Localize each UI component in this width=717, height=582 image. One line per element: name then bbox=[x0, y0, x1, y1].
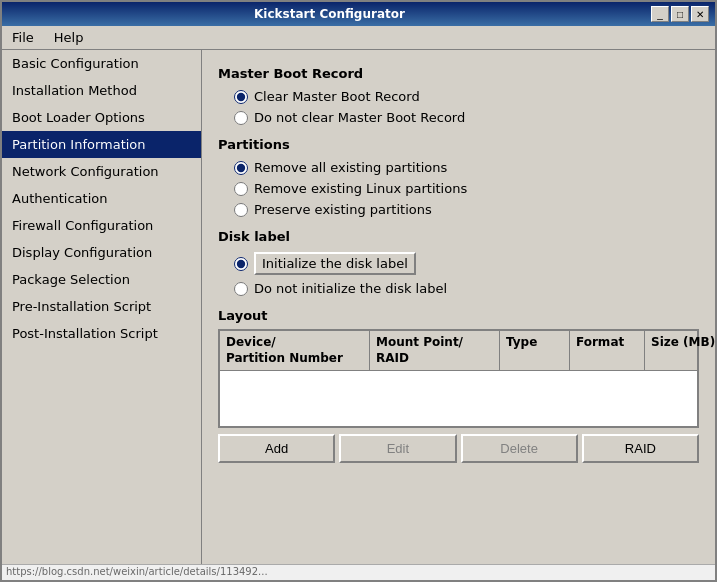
disk-label-no-init-radio[interactable] bbox=[234, 282, 248, 296]
sidebar-item-partition-information[interactable]: Partition Information bbox=[2, 131, 201, 158]
partition-table: Device/Partition Number Mount Point/RAID… bbox=[218, 329, 699, 428]
add-button[interactable]: Add bbox=[218, 434, 335, 463]
mbr-clear-label: Clear Master Boot Record bbox=[254, 89, 420, 104]
sidebar: Basic Configuration Installation Method … bbox=[2, 50, 202, 564]
sidebar-item-basic-configuration[interactable]: Basic Configuration bbox=[2, 50, 201, 77]
sidebar-item-pre-installation-script[interactable]: Pre-Installation Script bbox=[2, 293, 201, 320]
maximize-button[interactable]: □ bbox=[671, 6, 689, 22]
window-title: Kickstart Configurator bbox=[8, 7, 651, 21]
sidebar-item-installation-method[interactable]: Installation Method bbox=[2, 77, 201, 104]
disk-label-no-init: Do not initialize the disk label bbox=[234, 281, 699, 296]
title-bar: Kickstart Configurator _ □ ✕ bbox=[2, 2, 715, 26]
disk-label-no-init-label: Do not initialize the disk label bbox=[254, 281, 447, 296]
main-window: Kickstart Configurator _ □ ✕ File Help B… bbox=[0, 0, 717, 582]
sidebar-item-package-selection[interactable]: Package Selection bbox=[2, 266, 201, 293]
mbr-option-no-clear: Do not clear Master Boot Record bbox=[234, 110, 699, 125]
layout-title: Layout bbox=[218, 308, 699, 323]
main-panel: Master Boot Record Clear Master Boot Rec… bbox=[202, 50, 715, 564]
disk-label-section-title: Disk label bbox=[218, 229, 699, 244]
sidebar-item-display-configuration[interactable]: Display Configuration bbox=[2, 239, 201, 266]
mbr-no-clear-radio[interactable] bbox=[234, 111, 248, 125]
minimize-button[interactable]: _ bbox=[651, 6, 669, 22]
partition-remove-linux-radio[interactable] bbox=[234, 182, 248, 196]
col-type: Type bbox=[500, 331, 570, 370]
partition-remove-linux: Remove existing Linux partitions bbox=[234, 181, 699, 196]
disk-label-init: Initialize the disk label bbox=[234, 252, 699, 275]
disk-label-init-radio[interactable] bbox=[234, 257, 248, 271]
url-bar: https://blog.csdn.net/weixin/article/det… bbox=[2, 564, 715, 580]
sidebar-item-post-installation-script[interactable]: Post-Installation Script bbox=[2, 320, 201, 347]
raid-button[interactable]: RAID bbox=[582, 434, 699, 463]
layout-section: Layout Device/Partition Number Mount Poi… bbox=[218, 308, 699, 463]
col-format: Format bbox=[570, 331, 645, 370]
menu-help[interactable]: Help bbox=[48, 28, 90, 47]
sidebar-item-authentication[interactable]: Authentication bbox=[2, 185, 201, 212]
partitions-radio-group: Remove all existing partitions Remove ex… bbox=[234, 160, 699, 217]
partition-preserve: Preserve existing partitions bbox=[234, 202, 699, 217]
partition-preserve-radio[interactable] bbox=[234, 203, 248, 217]
sidebar-item-boot-loader-options[interactable]: Boot Loader Options bbox=[2, 104, 201, 131]
mbr-radio-group: Clear Master Boot Record Do not clear Ma… bbox=[234, 89, 699, 125]
col-mount: Mount Point/RAID bbox=[370, 331, 500, 370]
partition-remove-all-label: Remove all existing partitions bbox=[254, 160, 447, 175]
edit-button[interactable]: Edit bbox=[339, 434, 456, 463]
mbr-clear-radio[interactable] bbox=[234, 90, 248, 104]
partitions-section-title: Partitions bbox=[218, 137, 699, 152]
partition-remove-linux-label: Remove existing Linux partitions bbox=[254, 181, 467, 196]
sidebar-item-network-configuration[interactable]: Network Configuration bbox=[2, 158, 201, 185]
menu-file[interactable]: File bbox=[6, 28, 40, 47]
mbr-section-title: Master Boot Record bbox=[218, 66, 699, 81]
sidebar-item-firewall-configuration[interactable]: Firewall Configuration bbox=[2, 212, 201, 239]
table-header: Device/Partition Number Mount Point/RAID… bbox=[220, 331, 697, 371]
delete-button[interactable]: Delete bbox=[461, 434, 578, 463]
close-button[interactable]: ✕ bbox=[691, 6, 709, 22]
content-area: Basic Configuration Installation Method … bbox=[2, 50, 715, 564]
partition-remove-all: Remove all existing partitions bbox=[234, 160, 699, 175]
partition-remove-all-radio[interactable] bbox=[234, 161, 248, 175]
disk-label-radio-group: Initialize the disk label Do not initial… bbox=[234, 252, 699, 296]
mbr-no-clear-label: Do not clear Master Boot Record bbox=[254, 110, 465, 125]
table-body bbox=[220, 371, 697, 426]
partition-preserve-label: Preserve existing partitions bbox=[254, 202, 432, 217]
menu-bar: File Help bbox=[2, 26, 715, 50]
col-device: Device/Partition Number bbox=[220, 331, 370, 370]
col-size: Size (MB) bbox=[645, 331, 715, 370]
disk-label-init-label: Initialize the disk label bbox=[254, 252, 416, 275]
layout-buttons: Add Edit Delete RAID bbox=[218, 434, 699, 463]
title-bar-buttons: _ □ ✕ bbox=[651, 6, 709, 22]
mbr-option-clear: Clear Master Boot Record bbox=[234, 89, 699, 104]
